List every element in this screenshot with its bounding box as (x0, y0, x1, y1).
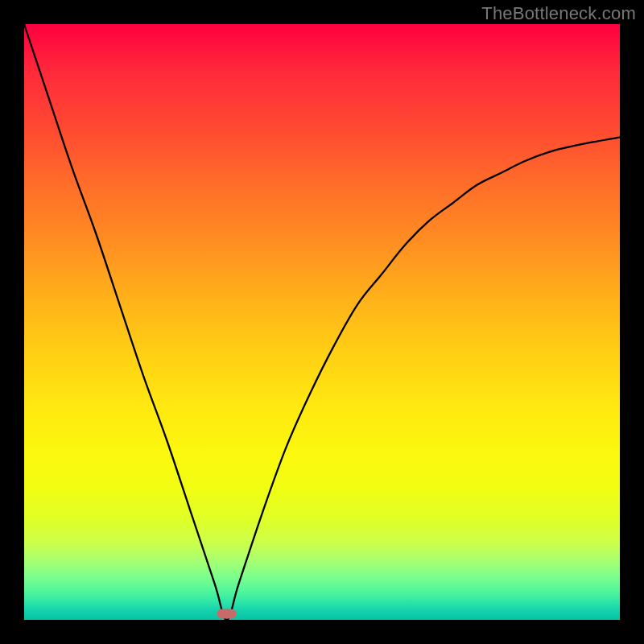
curve-layer (24, 24, 620, 620)
optimal-marker (217, 609, 237, 619)
curve-path (24, 24, 620, 620)
optimal-marker-pill (217, 609, 237, 619)
plot-area (24, 24, 620, 620)
bottleneck-curve (24, 24, 620, 620)
watermark-text: TheBottleneck.com (481, 3, 636, 24)
chart-frame: TheBottleneck.com (0, 0, 644, 644)
